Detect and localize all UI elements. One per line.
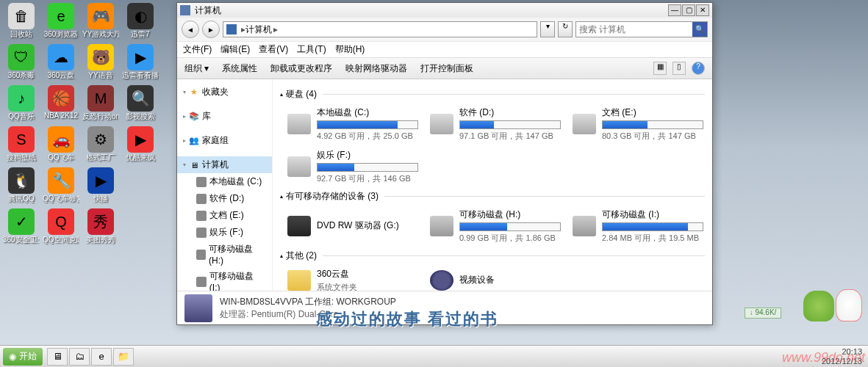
desktop-icon[interactable]: ♪QQ音乐: [3, 85, 40, 123]
nav-computer[interactable]: ▾🖥计算机: [177, 156, 272, 173]
drive-item[interactable]: 可移动磁盘 (I:)2.84 MB 可用，共 19.5 MB: [571, 207, 705, 245]
desktop-icon[interactable]: ⚙格式工厂: [82, 126, 119, 164]
desktop-icon[interactable]: [122, 167, 159, 206]
nav-drive-item[interactable]: 本地磁盘 (C:): [177, 173, 272, 190]
view-options-button[interactable]: ▦: [653, 62, 667, 75]
computer-name: WIN-BMD8SL4VVPA 工作组: WORKGROUP: [220, 296, 396, 308]
nav-drive-item[interactable]: 文档 (E:): [177, 207, 272, 224]
collapse-icon[interactable]: ▴: [280, 91, 283, 98]
start-button[interactable]: ◉开始: [3, 348, 43, 366]
desktop-icon[interactable]: S搜狗壁纸: [3, 126, 40, 164]
drive-item[interactable]: 软件 (D:)97.1 GB 可用，共 147 GB: [428, 105, 562, 143]
organize-menu[interactable]: 组织 ▾: [184, 62, 209, 75]
nav-libraries[interactable]: ▸📚库: [177, 108, 272, 125]
search-input[interactable]: [576, 24, 692, 34]
minimize-button[interactable]: —: [668, 4, 681, 16]
app-icon: 🛡: [8, 44, 35, 70]
refresh-button[interactable]: ↻: [558, 21, 573, 37]
nav-homegroup[interactable]: ▸👥家庭组: [177, 132, 272, 149]
desktop-icon[interactable]: 秀美图秀秀: [82, 208, 119, 247]
close-button[interactable]: ✕: [696, 4, 709, 16]
desktop-icon[interactable]: M反恐行动online: [82, 85, 119, 123]
window-title: 计算机: [195, 4, 668, 17]
icon-label: QQ飞车修复工具: [43, 194, 79, 204]
drive-item[interactable]: 文档 (E:)80.3 GB 可用，共 147 GB: [571, 105, 705, 143]
desktop-icon[interactable]: 🏀NBA 2K12: [43, 85, 79, 123]
drive-item[interactable]: 本地磁盘 (C:)4.92 GB 可用，共 25.0 GB: [286, 105, 420, 143]
system-properties-button[interactable]: 系统属性: [222, 62, 257, 75]
help-button[interactable]: ?: [692, 62, 705, 75]
drive-icon: [430, 270, 453, 291]
desktop-icon[interactable]: ◐迅雷7: [122, 3, 159, 41]
watermark-text: 感动过的故事 看过的书: [316, 308, 498, 330]
nav-drive-item[interactable]: 可移动磁盘 (H:): [177, 241, 272, 268]
menu-item[interactable]: 帮助(H): [335, 43, 365, 56]
taskbar-item[interactable]: 🗂: [69, 348, 90, 366]
section-hard-disks[interactable]: ▴硬盘 (4): [280, 88, 705, 101]
clock[interactable]: 20:13 2012/12/13: [822, 347, 865, 365]
collapse-icon[interactable]: ▴: [280, 193, 283, 200]
desktop-icon[interactable]: 🐧腾讯QQ: [3, 167, 40, 206]
desktop-icon[interactable]: 🔧QQ飞车修复工具: [43, 167, 79, 206]
drive-item[interactable]: 娱乐 (F:)92.7 GB 可用，共 146 GB: [286, 148, 420, 186]
section-removable[interactable]: ▴有可移动存储的设备 (3): [280, 190, 705, 203]
menu-item[interactable]: 编辑(E): [220, 43, 250, 56]
drive-item[interactable]: DVD RW 驱动器 (G:): [286, 207, 420, 245]
nav-drive-item[interactable]: 软件 (D:): [177, 190, 272, 207]
address-dropdown[interactable]: ▾: [540, 21, 555, 37]
preview-pane-button[interactable]: ▯: [672, 62, 686, 75]
drive-icon: [196, 228, 207, 238]
drive-icon: [196, 211, 207, 221]
nav-forward-button[interactable]: ►: [202, 21, 220, 38]
desktop-icon[interactable]: 🎮YY游戏大厅: [82, 3, 119, 41]
drive-name: DVD RW 驱动器 (G:): [317, 219, 418, 232]
desktop-icon[interactable]: e360浏览器: [43, 3, 79, 41]
app-icon: ✓: [8, 208, 35, 235]
desktop-icon[interactable]: 🛡360杀毒: [3, 44, 40, 82]
desktop-icon[interactable]: 🗑回收站: [3, 3, 40, 41]
control-panel-button[interactable]: 打开控制面板: [420, 62, 473, 75]
menu-item[interactable]: 工具(T): [297, 43, 326, 56]
desktop-icon[interactable]: 🚗QQ飞车: [43, 126, 79, 164]
drive-item[interactable]: 视频设备: [428, 266, 562, 291]
drive-icon: [573, 114, 596, 134]
taskbar-item[interactable]: 🖥: [47, 348, 68, 366]
breadcrumb[interactable]: 计算机: [245, 23, 272, 36]
icon-label: 回收站: [3, 29, 40, 40]
nav-favorites[interactable]: ▾★收藏夹: [177, 84, 272, 101]
icon-label: QQ音乐: [3, 112, 40, 122]
icon-label: 搜狗壁纸: [3, 153, 40, 163]
nav-drive-item[interactable]: 娱乐 (F:): [177, 224, 272, 241]
icon-label: 反恐行动online: [82, 112, 119, 122]
search-icon[interactable]: 🔍: [692, 22, 707, 37]
desktop-icon[interactable]: ▶快播: [82, 167, 119, 206]
nav-back-button[interactable]: ◄: [182, 21, 199, 38]
app-icon: ☁: [48, 44, 74, 70]
taskbar-item[interactable]: 📁: [113, 348, 134, 366]
drive-icon: [287, 114, 311, 134]
desktop-icon[interactable]: ☁360云盘: [43, 44, 79, 82]
address-path[interactable]: ▸ 计算机 ▸: [223, 21, 537, 37]
menu-item[interactable]: 查看(V): [259, 43, 288, 56]
titlebar[interactable]: 计算机 — ▢ ✕: [177, 3, 712, 18]
desktop-icon[interactable]: ▶迅雷看看播放器: [122, 44, 159, 82]
nav-drive-item[interactable]: 可移动磁盘 (I:): [177, 268, 272, 291]
collapse-icon[interactable]: ▴: [280, 252, 283, 259]
uninstall-button[interactable]: 卸载或更改程序: [270, 62, 332, 75]
drive-item[interactable]: 可移动磁盘 (H:)0.99 GB 可用，共 1.86 GB: [428, 207, 562, 245]
desktop-icon[interactable]: ✓360安全卫士: [3, 208, 40, 247]
taskbar-item[interactable]: e: [91, 348, 112, 366]
desktop-icon[interactable]: 🔍影视搜索: [122, 85, 159, 123]
command-bar: 组织 ▾ 系统属性 卸载或更改程序 映射网络驱动器 打开控制面板 ▦ ▯ ?: [177, 57, 712, 79]
menu-item[interactable]: 文件(F): [183, 43, 212, 56]
desktop-icon[interactable]: 🐻YY语音: [82, 44, 119, 82]
chevron-right-icon: ▸: [273, 24, 278, 34]
desktop-pet[interactable]: [803, 289, 862, 321]
desktop-icon[interactable]: ▶优酷来疯: [122, 126, 159, 164]
map-network-drive-button[interactable]: 映射网络驱动器: [345, 62, 407, 75]
maximize-button[interactable]: ▢: [682, 4, 695, 16]
icon-label: NBA 2K12: [43, 112, 79, 120]
section-other[interactable]: ▴其他 (2): [280, 250, 705, 262]
drive-item[interactable]: 360云盘系统文件夹: [286, 266, 420, 291]
desktop-icon[interactable]: QQQ空间克隆: [43, 208, 79, 247]
